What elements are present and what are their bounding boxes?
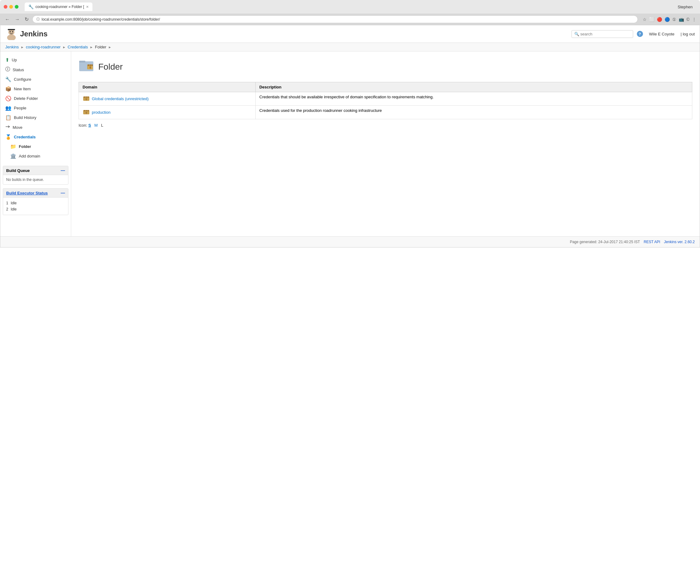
sidebar-item-move[interactable]: Move — [0, 122, 71, 132]
icon-selector: Icon: S M L — [79, 123, 692, 128]
svg-rect-18 — [84, 96, 85, 98]
main-layout: ⬆ Up Status 🔧 Configure 📦 New Item 🚫 Del… — [0, 51, 700, 236]
domain-icon-1 — [83, 95, 90, 103]
help-button[interactable]: ? — [637, 31, 643, 37]
search-box[interactable]: 🔍 — [572, 30, 633, 38]
delete-folder-icon: 🚫 — [5, 96, 11, 101]
cast-icon[interactable]: 📺 — [679, 17, 684, 22]
jenkins-logo[interactable]: Jenkins — [5, 28, 47, 40]
refresh-button[interactable]: ↻ — [23, 16, 30, 23]
credentials-table: Domain Description — [79, 82, 692, 119]
svg-rect-26 — [87, 110, 89, 111]
breadcrumb-sep-1: ► — [21, 45, 24, 49]
build-queue-body: No builds in the queue. — [3, 175, 68, 184]
sidebar-item-up[interactable]: ⬆ Up — [0, 55, 71, 65]
svg-rect-25 — [86, 110, 87, 111]
address-bar[interactable]: ⓘ local.example.com:8080/job/cooking-roa… — [32, 15, 638, 23]
folder-credentials-icon — [79, 58, 94, 73]
breadcrumb-sep-4: ► — [108, 45, 112, 49]
domain-link-1[interactable]: Global credentials (unrestricted) — [92, 96, 149, 101]
header-username: Wile E Coyote — [649, 32, 674, 36]
table-cell-desc-1: Credentials that should be available irr… — [255, 92, 692, 106]
sidebar-item-new-item[interactable]: 📦 New Item — [0, 84, 71, 94]
tab-title: cooking-roadrunner » Folder [ — [35, 5, 84, 9]
minimize-button[interactable] — [9, 5, 13, 9]
extension-icon4[interactable]: © — [686, 17, 690, 22]
svg-rect-13 — [92, 64, 93, 66]
screenshot-icon[interactable]: ⬜ — [649, 17, 654, 22]
sidebar-item-status[interactable]: Status — [0, 65, 71, 75]
breadcrumb-cooking-roadrunner[interactable]: cooking-roadrunner — [26, 45, 61, 49]
icon-size-s[interactable]: S — [88, 123, 91, 128]
page-footer: Page generated: 24-Jul-2017 21:40:25 IST… — [0, 236, 700, 247]
forward-button[interactable]: → — [14, 16, 21, 23]
svg-point-15 — [90, 67, 91, 68]
breadcrumb-sep-3: ► — [90, 45, 93, 49]
new-item-icon: 📦 — [5, 86, 11, 92]
svg-rect-28 — [86, 113, 87, 114]
jenkins-version-link[interactable]: Jenkins ver. 2.60.2 — [664, 240, 695, 244]
back-button[interactable]: ← — [4, 16, 11, 23]
new-tab-button[interactable] — [94, 3, 101, 10]
sidebar-item-credentials[interactable]: 🏅 Credentials — [0, 132, 71, 142]
people-icon: 👥 — [5, 105, 11, 111]
build-executor-title-link[interactable]: Build Executor Status — [6, 191, 48, 195]
sidebar-item-delete-folder[interactable]: 🚫 Delete Folder — [0, 94, 71, 103]
domain-icon-2 — [83, 108, 90, 116]
sidebar-label-new-item: New Item — [14, 87, 31, 91]
table-cell-domain-1: Global credentials (unrestricted) — [79, 92, 256, 106]
sidebar-item-people[interactable]: 👥 People — [0, 103, 71, 113]
lock-icon: ⓘ — [36, 17, 40, 22]
svg-rect-9 — [79, 61, 85, 63]
table-row: production Credentials used for the prod… — [79, 106, 692, 119]
svg-rect-4 — [8, 29, 15, 30]
page-header-icon — [79, 58, 94, 76]
icon-size-m[interactable]: M — [94, 123, 98, 128]
browser-tab[interactable]: 🔧 cooking-roadrunner » Folder [ ✕ — [25, 2, 92, 11]
add-domain-icon: 🏛️ — [10, 153, 16, 159]
breadcrumb-sep-2: ► — [63, 45, 66, 49]
table-cell-desc-2: Credentials used for the production road… — [255, 106, 692, 119]
sidebar-item-build-history[interactable]: 📋 Build History — [0, 113, 71, 122]
icon-label: Icon: — [79, 123, 87, 128]
icon-size-l-text: L — [101, 123, 103, 128]
extension-icon3[interactable]: ① — [672, 17, 676, 22]
svg-rect-7 — [7, 69, 8, 70]
footer-generated: Page generated: 24-Jul-2017 21:40:25 IST — [570, 240, 640, 244]
url-text: local.example.com:8080/job/cooking-roadr… — [42, 17, 160, 22]
executor-status-2: Idle — [11, 207, 17, 211]
svg-rect-22 — [86, 100, 87, 100]
executor-row-2: 2 Idle — [6, 206, 65, 212]
sidebar-label-folder: Folder — [19, 144, 31, 149]
table-row: Global credentials (unrestricted) Creden… — [79, 92, 692, 106]
tab-close-button[interactable]: ✕ — [86, 5, 89, 9]
sidebar-item-folder[interactable]: 📁 Folder — [0, 142, 71, 151]
breadcrumb-credentials[interactable]: Credentials — [68, 45, 88, 49]
svg-rect-12 — [90, 64, 91, 66]
sidebar-item-add-domain[interactable]: 🏛️ Add domain — [0, 151, 71, 161]
search-icon: 🔍 — [574, 32, 579, 36]
sidebar-item-configure[interactable]: 🔧 Configure — [0, 75, 71, 84]
page-title: Folder — [98, 62, 123, 72]
col-description: Description — [255, 82, 692, 92]
rest-api-link[interactable]: REST API — [644, 240, 660, 244]
bookmark-icon[interactable]: ☆ — [643, 17, 647, 22]
breadcrumb-folder: Folder — [95, 45, 106, 49]
menu-icon[interactable]: ⋮ — [692, 17, 696, 22]
build-queue-minimize[interactable]: — — [61, 168, 65, 173]
build-executor-minimize[interactable]: — — [61, 190, 65, 195]
breadcrumb-jenkins[interactable]: Jenkins — [5, 45, 19, 49]
extension-icon2[interactable]: 🔵 — [665, 17, 670, 22]
close-button[interactable] — [4, 5, 7, 9]
executor-row-1: 1 Idle — [6, 200, 65, 206]
domain-link-2[interactable]: production — [92, 110, 111, 115]
extension-icon1[interactable]: 🔴 — [657, 17, 662, 22]
build-executor-body: 1 Idle 2 Idle — [3, 198, 68, 215]
maximize-button[interactable] — [15, 5, 18, 9]
build-queue-header: Build Queue — — [3, 166, 68, 175]
logout-link[interactable]: | log out — [681, 32, 695, 36]
search-input[interactable] — [580, 32, 630, 36]
sidebar-label-add-domain: Add domain — [19, 154, 40, 158]
build-executor-header: Build Executor Status — — [3, 189, 68, 198]
executor-num-1: 1 — [6, 201, 8, 205]
